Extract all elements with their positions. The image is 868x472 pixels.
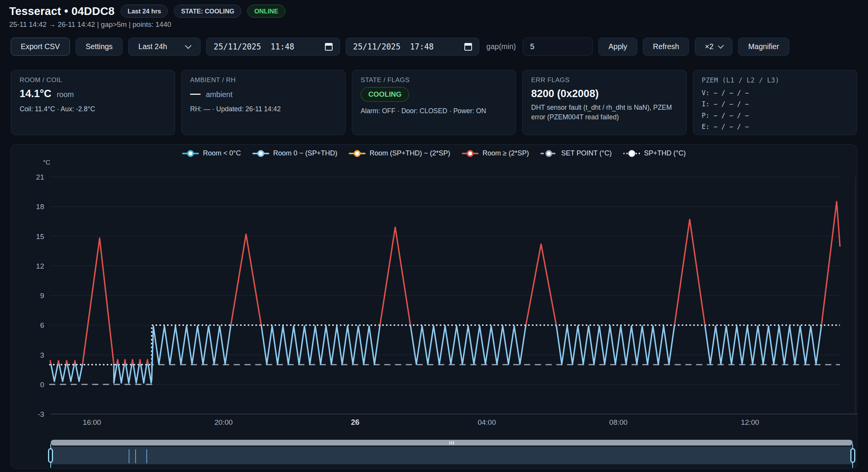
range-select[interactable]: Last 24h <box>128 38 200 56</box>
pzem-voltage-line: V: − / − / − <box>702 88 848 98</box>
pzem-energy-line: E: − / − / − <box>702 122 848 132</box>
card-label: AMBIENT / RH <box>190 76 337 84</box>
navigator-gap-marker <box>129 449 129 463</box>
chart-panel: Room < 0°CRoom 0 ~ (SP+THD)Room (SP+THD)… <box>11 144 857 469</box>
svg-text:9: 9 <box>40 292 44 300</box>
svg-text:21: 21 <box>36 173 44 181</box>
datetime-to-field[interactable]: 25/11/2025 17:48 <box>346 38 479 56</box>
err-flags-card: ERR FLAGS 8200 (0x2008) DHT sensor fault… <box>522 70 687 135</box>
scrollbar-grip-icon <box>449 441 450 444</box>
magnifier-button[interactable]: Magnifier <box>738 38 789 56</box>
chevron-down-icon <box>185 43 192 49</box>
time-range-summary: 25-11 14:42 → 26-11 14:42 | gap>5m | poi… <box>9 20 285 29</box>
pzem-current-line: I: − / − / − <box>702 99 848 109</box>
flags-text: Alarm: OFF · Door: CLOSED · Power: ON <box>361 106 507 116</box>
svg-text:08:00: 08:00 <box>609 418 628 426</box>
svg-text:3: 3 <box>40 351 44 359</box>
ambient-rh-card: AMBIENT / RH — ambient RH: — · Updated: … <box>181 70 346 135</box>
legend-item-4[interactable]: Room ≥ (2*SP) <box>462 149 529 157</box>
svg-text:12: 12 <box>36 262 44 270</box>
state-flags-card: STATE / FLAGS COOLING Alarm: OFF · Door:… <box>352 70 516 135</box>
temperature-chart[interactable]: 211815129630-3°C16:0020:002604:0008:0012… <box>11 158 858 427</box>
chart-scrollbar[interactable] <box>51 440 853 446</box>
gap-min-input[interactable] <box>523 38 593 56</box>
svg-text:20:00: 20:00 <box>214 418 233 426</box>
card-label: STATE / FLAGS <box>361 76 507 84</box>
legend-label: Room ≥ (2*SP) <box>482 149 529 157</box>
legend-item-3[interactable]: Room (SP+THD) ~ (2*SP) <box>349 149 450 157</box>
svg-text:18: 18 <box>36 203 44 211</box>
svg-text:15: 15 <box>36 233 44 241</box>
online-badge: ONLINE <box>247 5 285 18</box>
zoom-factor-select[interactable]: ×2 <box>695 38 732 56</box>
pzem-power-line: P: − / − / − <box>702 111 848 120</box>
datetime-from-field[interactable]: 25/11/2025 11:48 <box>206 38 340 56</box>
range-badge: Last 24 hrs <box>121 5 168 18</box>
datetime-from-value: 25/11/2025 11:48 <box>214 42 294 51</box>
state-badge: STATE: COOLING <box>174 5 241 18</box>
legend-line-icon <box>540 150 557 157</box>
legend-label: SET POINT (°C) <box>561 149 612 157</box>
legend-item-1[interactable]: Room < 0°C <box>182 149 241 157</box>
legend-item-2[interactable]: Room 0 ~ (SP+THD) <box>252 149 337 157</box>
err-description: DHT sensor fault (t_dht / rh_dht is NaN)… <box>531 103 678 122</box>
refresh-button[interactable]: Refresh <box>643 38 689 56</box>
legend-line-icon <box>349 150 366 157</box>
scrollbar-grip-icon <box>453 441 454 444</box>
svg-text:04:00: 04:00 <box>478 418 496 426</box>
navigator-gap-marker <box>135 449 136 463</box>
svg-text:12:00: 12:00 <box>741 418 759 426</box>
range-select-value: Last 24h <box>138 42 167 51</box>
gap-min-label: gap(min) <box>486 42 516 51</box>
card-label: ROOM / COIL <box>20 76 166 84</box>
err-flags-value: 8200 (0x2008) <box>531 88 599 100</box>
svg-text:0: 0 <box>40 381 44 389</box>
room-temp-value: 14.1°C <box>20 88 51 100</box>
navigator-right-handle[interactable] <box>850 448 855 463</box>
ambient-value: — <box>190 88 200 100</box>
datetime-to-value: 25/11/2025 17:48 <box>353 42 434 51</box>
svg-text:16:00: 16:00 <box>83 418 101 426</box>
svg-text:6: 6 <box>40 321 44 329</box>
settings-button[interactable]: Settings <box>76 38 123 56</box>
legend-label: SP+THD (°C) <box>644 149 686 157</box>
legend-line-icon <box>623 150 640 157</box>
header: Tesseract • 04DDC8 Last 24 hrs STATE: CO… <box>9 5 285 29</box>
coil-aux-text: Coil: 11.4°C · Aux: -2.8°C <box>20 104 166 114</box>
scrollbar-grip-icon <box>451 441 452 444</box>
ambient-unit: ambient <box>206 90 232 99</box>
legend-item-6[interactable]: SP+THD (°C) <box>623 149 686 157</box>
legend-label: Room < 0°C <box>203 149 241 157</box>
svg-text:26: 26 <box>351 418 359 426</box>
calendar-icon[interactable] <box>325 43 333 51</box>
card-label: PZEM (L1 / L2 / L3) <box>702 76 848 84</box>
card-label: ERR FLAGS <box>531 76 678 84</box>
legend-line-icon <box>182 150 199 157</box>
pzem-card: PZEM (L1 / L2 / L3) V: − / − / − I: − / … <box>693 70 857 135</box>
rh-updated-text: RH: — · Updated: 26-11 14:42 <box>190 104 337 114</box>
legend-label: Room (SP+THD) ~ (2*SP) <box>369 149 450 157</box>
zoom-factor-value: ×2 <box>705 42 713 51</box>
chevron-down-icon <box>718 43 724 48</box>
svg-text:°C: °C <box>43 159 50 166</box>
toolbar: Export CSV Settings Last 24h 25/11/2025 … <box>11 38 857 56</box>
navigator-gap-marker <box>146 449 147 463</box>
legend-line-icon <box>462 150 479 157</box>
room-temp-unit: room <box>57 90 74 99</box>
chart-navigator[interactable] <box>51 447 853 464</box>
room-coil-card: ROOM / COIL 14.1°C room Coil: 11.4°C · A… <box>11 70 175 135</box>
svg-text:-3: -3 <box>38 410 44 418</box>
legend-label: Room 0 ~ (SP+THD) <box>273 149 337 157</box>
legend-line-icon <box>252 150 269 157</box>
page-title: Tesseract • 04DDC8 <box>9 5 114 18</box>
navigator-left-handle[interactable] <box>48 448 53 463</box>
stat-cards: ROOM / COIL 14.1°C room Coil: 11.4°C · A… <box>11 70 857 135</box>
export-csv-button[interactable]: Export CSV <box>11 38 70 56</box>
calendar-icon[interactable] <box>464 43 472 51</box>
legend-item-5[interactable]: SET POINT (°C) <box>540 149 612 157</box>
apply-button[interactable]: Apply <box>598 38 637 56</box>
chart-legend: Room < 0°CRoom 0 ~ (SP+THD)Room (SP+THD)… <box>11 149 857 157</box>
cooling-badge: COOLING <box>361 87 409 102</box>
